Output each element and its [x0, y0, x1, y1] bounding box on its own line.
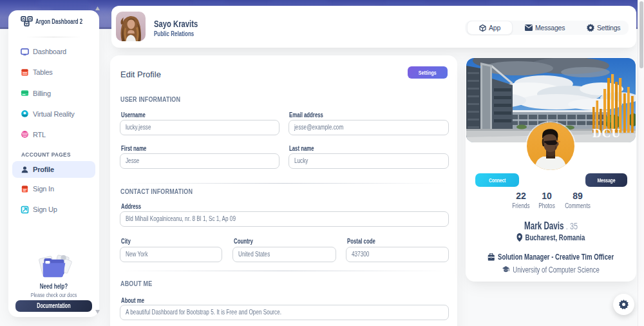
svg-text:DCU: DCU — [592, 126, 621, 140]
